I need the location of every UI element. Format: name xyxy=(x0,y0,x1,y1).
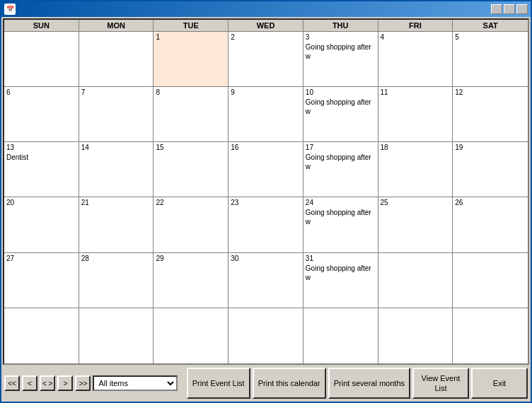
app-icon: 📅 xyxy=(4,4,16,15)
minimize-button[interactable] xyxy=(491,4,502,14)
calendar-cell[interactable]: 10Going shopping after w xyxy=(303,87,378,141)
event-text: Going shopping after w xyxy=(306,43,371,60)
calendar-cell[interactable] xyxy=(303,308,378,363)
calendar-cell[interactable]: 23 xyxy=(229,197,303,252)
filter-dropdown[interactable]: All items xyxy=(93,375,178,391)
print-several-months-button[interactable]: Print several months xyxy=(328,368,410,399)
calendar-cell[interactable]: 8 xyxy=(154,87,229,141)
calendar-cell[interactable]: 2 xyxy=(229,32,303,86)
calendar-cell[interactable]: 25 xyxy=(378,197,453,252)
day-number: 23 xyxy=(231,199,301,206)
view-event-list-button[interactable]: View EventList xyxy=(412,368,469,399)
event-text: Dentist xyxy=(6,153,28,161)
calendar-cell[interactable]: 27 xyxy=(4,253,79,308)
calendar-row: 2021222324Going shopping after w2526 xyxy=(4,197,528,252)
calendar-cell[interactable] xyxy=(453,308,528,363)
day-number: 18 xyxy=(381,144,451,151)
calendar-cell[interactable] xyxy=(154,308,229,363)
calendar-cell[interactable] xyxy=(4,32,79,86)
day-number: 26 xyxy=(455,199,526,206)
day-number: 28 xyxy=(81,255,151,262)
header-tue: TUE xyxy=(154,20,229,31)
calendar-cell[interactable] xyxy=(229,308,303,363)
calendar-cell[interactable]: 31Going shopping after w xyxy=(303,253,378,308)
nav-prevnext-button[interactable]: < > xyxy=(40,375,55,391)
calendar-cell[interactable] xyxy=(378,308,453,363)
calendar-cell[interactable]: 29 xyxy=(154,253,229,308)
calendar-cell[interactable]: 7 xyxy=(79,87,154,141)
day-number: 10 xyxy=(306,88,376,96)
print-calendar-button[interactable]: Print this calendar xyxy=(253,368,326,399)
day-number: 7 xyxy=(81,88,151,96)
calendar-cell[interactable]: 1 xyxy=(154,32,229,86)
nav-next-button[interactable]: > xyxy=(57,375,73,391)
day-number: 8 xyxy=(156,88,226,96)
header-sun: SUN xyxy=(4,20,79,31)
calendar-cell[interactable]: 4 xyxy=(378,32,453,86)
title-bar: 📅 xyxy=(1,1,531,17)
calendar-cell[interactable]: 13Dentist xyxy=(4,142,79,197)
event-text: Going shopping after w xyxy=(306,153,371,170)
exit-button[interactable]: Exit xyxy=(471,368,528,399)
day-number: 1 xyxy=(156,33,226,41)
day-number: 29 xyxy=(156,255,226,262)
calendar-cell[interactable] xyxy=(79,32,154,86)
calendar: SUN MON TUE WED THU FRI SAT 123Going sho… xyxy=(3,18,529,365)
day-number: 22 xyxy=(156,199,226,206)
calendar-cell[interactable]: 26 xyxy=(453,197,528,252)
header-fri: FRI xyxy=(378,20,453,31)
day-number: 17 xyxy=(306,144,376,151)
calendar-cell[interactable]: 18 xyxy=(378,142,453,197)
nav-prev-button[interactable]: < xyxy=(22,375,37,391)
title-bar-left: 📅 xyxy=(4,4,18,15)
calendar-cell[interactable] xyxy=(79,308,154,363)
event-text: Going shopping after w xyxy=(306,98,371,115)
calendar-cell[interactable]: 30 xyxy=(229,253,303,308)
toolbar: << < < > > >> All items Print Event List… xyxy=(3,365,529,400)
calendar-cell[interactable]: 15 xyxy=(154,142,229,197)
event-text: Going shopping after w xyxy=(306,209,371,226)
day-number: 13 xyxy=(6,144,76,151)
calendar-row: 2728293031Going shopping after w xyxy=(4,253,528,308)
day-number: 14 xyxy=(81,144,151,151)
event-text: Going shopping after w xyxy=(306,264,371,281)
calendar-cell[interactable]: 3Going shopping after w xyxy=(303,32,378,86)
calendar-cell[interactable]: 12 xyxy=(453,87,528,141)
calendar-cell[interactable]: 14 xyxy=(79,142,154,197)
title-buttons xyxy=(491,4,528,14)
calendar-grid: 123Going shopping after w45678910Going s… xyxy=(4,32,528,363)
calendar-row: 123Going shopping after w45 xyxy=(4,32,528,87)
calendar-cell[interactable] xyxy=(453,253,528,308)
calendar-cell[interactable]: 28 xyxy=(79,253,154,308)
header-wed: WED xyxy=(229,20,303,31)
calendar-cell[interactable]: 16 xyxy=(229,142,303,197)
calendar-cell[interactable] xyxy=(4,308,79,363)
nav-first-button[interactable]: << xyxy=(4,375,20,391)
close-button[interactable] xyxy=(516,4,528,14)
nav-last-button[interactable]: >> xyxy=(75,375,91,391)
calendar-cell[interactable]: 6 xyxy=(4,87,79,141)
day-number: 6 xyxy=(6,88,76,96)
calendar-cell[interactable]: 22 xyxy=(154,197,229,252)
day-number: 9 xyxy=(231,88,301,96)
day-number: 31 xyxy=(306,255,376,262)
calendar-cell[interactable]: 20 xyxy=(4,197,79,252)
day-number: 30 xyxy=(231,255,301,262)
calendar-cell[interactable]: 9 xyxy=(229,87,303,141)
print-event-list-button[interactable]: Print Event List xyxy=(187,368,250,399)
day-number: 15 xyxy=(156,144,226,151)
maximize-button[interactable] xyxy=(504,4,515,14)
calendar-row xyxy=(4,308,528,363)
calendar-cell[interactable]: 19 xyxy=(453,142,528,197)
calendar-row: 678910Going shopping after w1112 xyxy=(4,87,528,142)
calendar-cell[interactable]: 24Going shopping after w xyxy=(303,197,378,252)
day-number: 4 xyxy=(381,33,451,41)
calendar-cell[interactable]: 17Going shopping after w xyxy=(303,142,378,197)
calendar-cell[interactable]: 11 xyxy=(378,87,453,141)
calendar-cell[interactable]: 21 xyxy=(79,197,154,252)
day-number: 21 xyxy=(81,199,151,206)
day-number: 19 xyxy=(455,144,526,151)
calendar-cell[interactable]: 5 xyxy=(453,32,528,86)
calendar-cell[interactable] xyxy=(378,253,453,308)
day-number: 5 xyxy=(455,33,526,41)
